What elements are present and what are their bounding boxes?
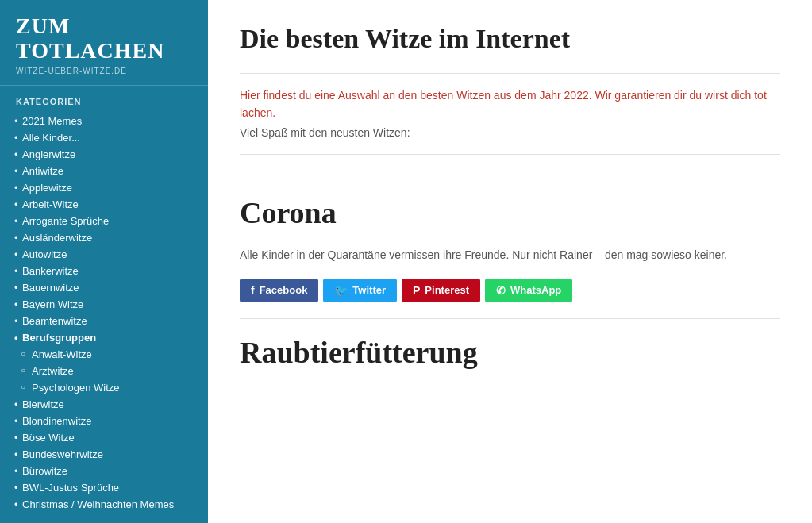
joke-section-raubtier: Raubtierfütterung: [240, 335, 780, 370]
intro-sub-text: Viel Spaß mit den neusten Witzen:: [240, 124, 780, 141]
sidebar-item-6: Arrogante Sprüche: [0, 213, 208, 229]
sidebar-sublink-13-2[interactable]: Psychologen Witze: [0, 379, 208, 396]
sidebar-item-9: Bankerwitze: [0, 263, 208, 279]
sidebar-item-16: Böse Witze: [0, 429, 208, 446]
sidebar-subitem-13-2: Psychologen Witze: [0, 379, 208, 396]
joke-section-corona: Corona Alle Kinder in der Quarantäne ver…: [240, 195, 780, 302]
sidebar-item-15: Blondinenwitze: [0, 413, 208, 429]
sidebar-link-2[interactable]: Anglerwitze: [0, 146, 208, 163]
facebook-label: Facebook: [260, 284, 308, 296]
page-title: Die besten Witze im Internet: [240, 24, 780, 54]
sidebar-sublink-13-1[interactable]: Arztwitze: [0, 363, 208, 379]
sidebar-nav: 2021 MemesAlle Kinder...AnglerwitzeAntiw…: [0, 113, 208, 513]
sidebar-link-11[interactable]: Bayern Witze: [0, 296, 208, 313]
sidebar-item-19: BWL-Justus Sprüche: [0, 479, 208, 496]
intro-box: Hier findest du eine Auswahl an den best…: [240, 73, 780, 155]
sidebar-item-18: Bürowitze: [0, 463, 208, 479]
sidebar-link-16[interactable]: Böse Witze: [0, 429, 208, 446]
sidebar-link-7[interactable]: Ausländerwitze: [0, 229, 208, 246]
sidebar-link-8[interactable]: Autowitze: [0, 246, 208, 263]
twitter-share-button[interactable]: 🐦 Twitter: [323, 279, 397, 302]
sidebar-item-4: Applewitze: [0, 179, 208, 196]
whatsapp-icon: ✆: [496, 284, 506, 297]
site-domain: WITZE-UEBER-WITZE.DE: [16, 67, 192, 75]
sidebar-link-19[interactable]: BWL-Justus Sprüche: [0, 479, 208, 496]
sidebar-item-0: 2021 Memes: [0, 113, 208, 129]
sidebar-link-14[interactable]: Bierwitze: [0, 396, 208, 413]
section-divider-1: [240, 179, 780, 179]
pinterest-share-button[interactable]: P Pinterest: [402, 279, 480, 302]
joke-title-raubtier: Raubtierfütterung: [240, 335, 780, 370]
sidebar-link-1[interactable]: Alle Kinder...: [0, 129, 208, 146]
sidebar-item-3: Antiwitze: [0, 163, 208, 179]
whatsapp-share-button[interactable]: ✆ WhatsApp: [485, 279, 572, 302]
twitter-label: Twitter: [352, 284, 386, 296]
sidebar-item-14: Bierwitze: [0, 396, 208, 413]
sidebar-item-12: Beamtenwitze: [0, 313, 208, 329]
sidebar-link-13[interactable]: Berufsgruppen: [0, 329, 208, 346]
pinterest-icon: P: [413, 284, 420, 297]
sub-items-13: Anwalt-WitzeArztwitzePsychologen Witze: [0, 346, 208, 396]
sidebar-header: Zum Totlachen WITZE-UEBER-WITZE.DE: [0, 0, 208, 86]
main-content: Die besten Witze im Internet Hier findes…: [208, 0, 812, 523]
sidebar-link-4[interactable]: Applewitze: [0, 179, 208, 196]
sidebar-item-13: BerufsgruppenAnwalt-WitzeArztwitzePsycho…: [0, 329, 208, 396]
kategorien-label: KATEGORIEN: [0, 86, 208, 113]
joke-title-corona: Corona: [240, 195, 780, 230]
sidebar-link-20[interactable]: Christmas / Weihnachten Memes: [0, 496, 208, 513]
sidebar-item-10: Bauernwitze: [0, 279, 208, 296]
sidebar-list: 2021 MemesAlle Kinder...AnglerwitzeAntiw…: [0, 113, 208, 513]
sidebar-item-7: Ausländerwitze: [0, 229, 208, 246]
sidebar-item-20: Christmas / Weihnachten Memes: [0, 496, 208, 513]
sidebar-item-8: Autowitze: [0, 246, 208, 263]
sidebar-link-3[interactable]: Antiwitze: [0, 163, 208, 179]
sidebar-item-2: Anglerwitze: [0, 146, 208, 163]
sidebar-link-12[interactable]: Beamtenwitze: [0, 313, 208, 329]
facebook-icon: f: [251, 284, 255, 297]
joke-text-corona: Alle Kinder in der Quarantäne vermissen …: [240, 246, 780, 263]
site-title[interactable]: Zum Totlachen: [16, 14, 192, 63]
sidebar-subitem-13-0: Anwalt-Witze: [0, 346, 208, 363]
sidebar-link-5[interactable]: Arbeit-Witze: [0, 196, 208, 213]
sidebar-link-17[interactable]: Bundeswehrwitze: [0, 446, 208, 463]
sidebar-link-15[interactable]: Blondinenwitze: [0, 413, 208, 429]
sidebar-link-18[interactable]: Bürowitze: [0, 463, 208, 479]
whatsapp-label: WhatsApp: [510, 284, 561, 296]
intro-text: Hier findest du eine Auswahl an den best…: [240, 87, 780, 122]
section-divider-2: [240, 318, 780, 319]
sidebar-item-11: Bayern Witze: [0, 296, 208, 313]
sidebar-item-5: Arbeit-Witze: [0, 196, 208, 213]
facebook-share-button[interactable]: f Facebook: [240, 279, 318, 302]
sidebar-link-10[interactable]: Bauernwitze: [0, 279, 208, 296]
sidebar-link-0[interactable]: 2021 Memes: [0, 113, 208, 129]
pinterest-label: Pinterest: [425, 284, 469, 296]
sidebar-sublink-13-0[interactable]: Anwalt-Witze: [0, 346, 208, 363]
sidebar-link-6[interactable]: Arrogante Sprüche: [0, 213, 208, 229]
sidebar: Zum Totlachen WITZE-UEBER-WITZE.DE KATEG…: [0, 0, 208, 523]
sidebar-item-1: Alle Kinder...: [0, 129, 208, 146]
sidebar-item-17: Bundeswehrwitze: [0, 446, 208, 463]
twitter-icon: 🐦: [334, 284, 348, 297]
share-buttons-corona: f Facebook 🐦 Twitter P Pinterest ✆ Whats…: [240, 279, 780, 302]
sidebar-link-9[interactable]: Bankerwitze: [0, 263, 208, 279]
sidebar-subitem-13-1: Arztwitze: [0, 363, 208, 379]
